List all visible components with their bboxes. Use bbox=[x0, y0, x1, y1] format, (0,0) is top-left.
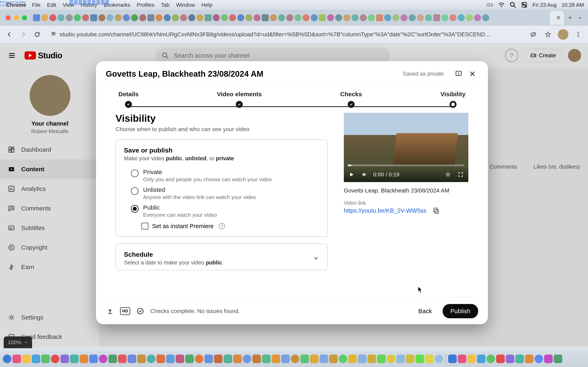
pinned-tab-favicon[interactable] bbox=[229, 14, 236, 21]
dock-app[interactable] bbox=[496, 355, 505, 363]
pinned-tab-favicon[interactable] bbox=[156, 14, 163, 21]
dock-app[interactable] bbox=[118, 355, 127, 363]
pinned-tab-favicon[interactable] bbox=[278, 14, 285, 21]
dock-app[interactable] bbox=[233, 355, 242, 363]
pinned-tab-favicon[interactable] bbox=[196, 14, 203, 21]
pinned-tab-favicon[interactable] bbox=[392, 14, 399, 21]
dock-app[interactable] bbox=[80, 355, 88, 363]
pinned-tab-favicon[interactable] bbox=[107, 14, 113, 21]
dock-app[interactable] bbox=[243, 355, 251, 363]
mac-menu-profiles[interactable]: Profiles bbox=[137, 2, 155, 8]
dock-app[interactable] bbox=[252, 355, 261, 363]
checkbox-icon[interactable] bbox=[141, 223, 148, 230]
dock-app[interactable] bbox=[477, 355, 485, 363]
dock-app[interactable] bbox=[425, 355, 434, 363]
pinned-tab-favicon[interactable] bbox=[319, 14, 326, 21]
set-instant-premiere[interactable]: Set as instant Premiere ? bbox=[124, 220, 319, 230]
nav-forward-button[interactable] bbox=[19, 30, 28, 39]
pinned-tab-favicon[interactable] bbox=[49, 14, 56, 21]
dock-app[interactable] bbox=[147, 355, 155, 363]
pinned-tab-favicon[interactable] bbox=[311, 14, 318, 21]
dock-app[interactable] bbox=[348, 355, 357, 363]
pinned-tab-favicon[interactable] bbox=[180, 14, 187, 21]
window-zoom-button[interactable] bbox=[22, 15, 27, 20]
pinned-tab-favicon[interactable] bbox=[164, 14, 171, 21]
dock-app[interactable] bbox=[195, 355, 203, 363]
chrome-menu-button[interactable] bbox=[573, 30, 583, 39]
volume-icon[interactable] bbox=[361, 171, 368, 178]
pinned-tab-favicon[interactable] bbox=[352, 14, 359, 21]
pinned-tab-favicon[interactable] bbox=[58, 14, 65, 21]
schedule-card[interactable]: Schedule Select a date to make your vide… bbox=[116, 244, 328, 270]
dock-app[interactable] bbox=[458, 355, 466, 363]
dock-app[interactable] bbox=[3, 355, 11, 363]
publish-button[interactable]: Publish bbox=[443, 304, 478, 318]
pinned-tab-favicon[interactable] bbox=[131, 14, 138, 21]
pinned-tab-favicon[interactable] bbox=[262, 14, 269, 21]
player-settings-icon[interactable] bbox=[444, 171, 452, 178]
dock-app[interactable] bbox=[99, 355, 107, 363]
mac-dock[interactable] bbox=[0, 351, 588, 367]
active-browser-tab[interactable]: ✕ bbox=[550, 11, 564, 25]
step-visibility[interactable]: Visibility bbox=[440, 91, 466, 108]
mac-menu-edit[interactable]: Edit bbox=[47, 2, 56, 8]
close-tab-icon[interactable]: ✕ bbox=[556, 15, 561, 21]
pinned-tab-favicon[interactable] bbox=[188, 14, 195, 21]
dock-app[interactable] bbox=[262, 355, 270, 363]
pinned-tab-favicon[interactable] bbox=[270, 14, 277, 21]
pinned-tab-favicon[interactable] bbox=[33, 14, 40, 21]
pinned-tab-favicon[interactable] bbox=[368, 14, 375, 21]
fullscreen-icon[interactable] bbox=[457, 171, 464, 178]
pinned-tab-favicon[interactable] bbox=[425, 14, 432, 21]
pinned-tab-favicon[interactable] bbox=[245, 14, 252, 21]
pinned-tab-favicon[interactable] bbox=[172, 14, 179, 21]
help-tooltip-icon[interactable]: ? bbox=[219, 223, 225, 229]
pinned-tab-favicon[interactable] bbox=[401, 14, 407, 21]
eye-off-extension-icon[interactable] bbox=[528, 30, 538, 39]
window-close-button[interactable] bbox=[6, 15, 11, 20]
pinned-tab-favicon[interactable] bbox=[474, 14, 481, 21]
pinned-tab-favicon[interactable] bbox=[82, 14, 89, 21]
wifi-icon[interactable] bbox=[498, 2, 505, 7]
window-minimize-button[interactable] bbox=[14, 15, 19, 20]
dock-app[interactable] bbox=[41, 355, 50, 363]
pinned-tabs-overflow[interactable]: /* populated below */ bbox=[33, 14, 548, 21]
dock-app[interactable] bbox=[339, 355, 347, 363]
video-link[interactable]: https://youtu.be/KB_2V-WW5ss bbox=[344, 207, 426, 214]
pinned-tab-favicon[interactable] bbox=[115, 14, 122, 21]
close-modal-button[interactable] bbox=[467, 68, 478, 80]
mac-menu-file[interactable]: File bbox=[32, 2, 40, 8]
mac-menu-window[interactable]: Window bbox=[176, 2, 195, 8]
radio-option-public[interactable]: Public Everyone can watch your video bbox=[124, 202, 319, 220]
dock-app[interactable] bbox=[166, 355, 174, 363]
pinned-tab-favicon[interactable] bbox=[327, 14, 334, 21]
pinned-tab-favicon[interactable] bbox=[466, 14, 473, 21]
pinned-tab-favicon[interactable] bbox=[221, 14, 228, 21]
radio-option-unlisted[interactable]: Unlisted Anyone with the video link can … bbox=[124, 184, 319, 202]
pinned-tab-favicon[interactable] bbox=[384, 14, 391, 21]
dock-app[interactable] bbox=[554, 355, 562, 363]
dock-app[interactable] bbox=[415, 355, 424, 363]
dock-app[interactable] bbox=[310, 355, 319, 363]
dock-app[interactable] bbox=[367, 355, 376, 363]
dock-app[interactable] bbox=[291, 355, 299, 363]
pinned-tab-favicon[interactable] bbox=[482, 14, 489, 21]
pinned-tab-favicon[interactable] bbox=[294, 14, 301, 21]
dock-app[interactable] bbox=[272, 355, 280, 363]
video-player[interactable]: 0:00 / 0:19 bbox=[344, 113, 468, 182]
mac-clock-date[interactable]: Fri 23 Aug bbox=[532, 2, 557, 8]
dock-app[interactable] bbox=[224, 355, 232, 363]
dock-app[interactable] bbox=[176, 355, 184, 363]
pinned-tab-favicon[interactable] bbox=[286, 14, 293, 21]
back-button[interactable]: Back bbox=[414, 304, 437, 318]
dock-app[interactable] bbox=[515, 355, 524, 363]
dock-app[interactable] bbox=[51, 355, 60, 363]
pinned-tab-favicon[interactable] bbox=[458, 14, 465, 21]
feedback-icon[interactable] bbox=[453, 68, 464, 80]
dock-app[interactable] bbox=[525, 355, 534, 363]
play-button-icon[interactable] bbox=[348, 171, 355, 178]
pinned-tab-favicon[interactable] bbox=[254, 14, 260, 21]
bookmark-star-icon[interactable] bbox=[543, 30, 553, 39]
pinned-tab-favicon[interactable] bbox=[441, 14, 448, 21]
dock-app[interactable] bbox=[448, 355, 457, 363]
